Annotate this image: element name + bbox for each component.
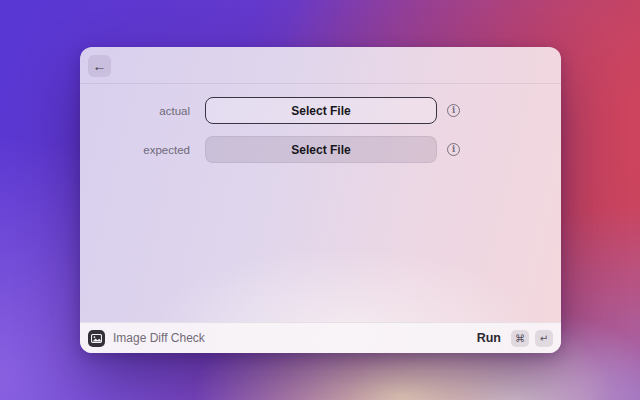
back-arrow-icon: ← — [93, 59, 107, 73]
app-chip: Image Diff Check — [88, 330, 205, 347]
return-key-icon: ↵ — [535, 330, 553, 347]
run-action[interactable]: Run ⌘ ↵ — [477, 330, 553, 347]
select-file-button-label: Select File — [291, 143, 350, 157]
app-window: ← actual Select File i expected Select F… — [80, 47, 561, 353]
expected-select-file-button[interactable]: Select File — [205, 136, 437, 163]
back-button[interactable]: ← — [88, 55, 111, 77]
footer-bar: Image Diff Check Run ⌘ ↵ — [80, 322, 561, 353]
form-area: actual Select File i expected Select Fil… — [80, 84, 561, 163]
form-row-actual: actual Select File i — [80, 97, 561, 124]
command-key-icon: ⌘ — [511, 330, 529, 347]
app-name: Image Diff Check — [113, 331, 205, 345]
form-row-expected: expected Select File i — [80, 136, 561, 163]
actual-label: actual — [80, 105, 190, 117]
info-icon[interactable]: i — [447, 104, 460, 117]
select-file-button-label: Select File — [291, 104, 350, 118]
info-icon[interactable]: i — [447, 143, 460, 156]
actual-select-file-button[interactable]: Select File — [205, 97, 437, 124]
image-icon — [91, 334, 102, 343]
window-header: ← — [80, 47, 561, 83]
run-label: Run — [477, 331, 501, 345]
expected-label: expected — [80, 144, 190, 156]
image-diff-app-icon — [88, 330, 105, 347]
